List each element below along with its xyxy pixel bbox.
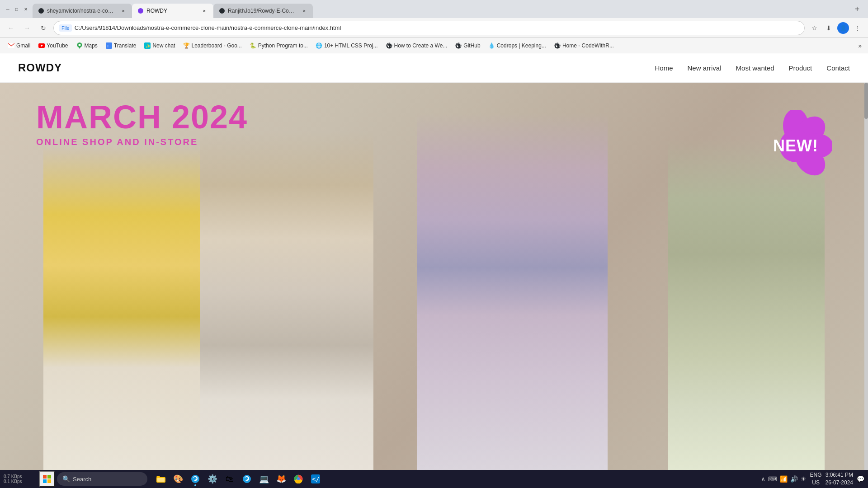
nav-link-most-wanted[interactable]: Most wanted [736, 64, 774, 72]
tab-label: RanjithJo19/Rowdy-E-Com-We... [228, 8, 298, 14]
bookmark-label: How to Create a We... [394, 42, 448, 49]
svg-rect-3 [8, 43, 14, 48]
notifications-icon[interactable]: 💬 [857, 475, 864, 483]
scroll-thumb[interactable] [864, 83, 868, 119]
network-icon[interactable]: 📶 [780, 475, 788, 483]
time-display: 3:06:41 PM [826, 471, 853, 479]
taskbar-app-terminal[interactable]: 💻 [256, 471, 272, 487]
taskbar-search[interactable]: 🔍 Search [57, 472, 147, 486]
taskbar-app-antivirus[interactable]: 🦊 [273, 471, 289, 487]
person-2-figure [200, 114, 373, 470]
tab-close-button[interactable]: × [120, 7, 127, 14]
profile-icon[interactable]: 👤 [837, 22, 849, 34]
person-3-figure [417, 102, 608, 470]
flower-badge: NEW! [760, 110, 832, 182]
forward-button[interactable]: → [21, 22, 33, 34]
bookmark-item-6[interactable]: 🐍Python Program to... [246, 41, 311, 51]
bookmark-favicon [455, 42, 462, 49]
network-speed: 0.7 KBps 0.1 KBps [4, 474, 35, 484]
website-content: ROWDY HomeNew arrivalMost wantedProductC… [0, 53, 868, 470]
bookmark-item-11[interactable]: Home - CodeWithR... [551, 41, 618, 51]
svg-rect-22 [47, 475, 51, 479]
bookmark-item-4[interactable]: ✨New chat [141, 41, 179, 51]
scroll-indicator[interactable] [864, 83, 868, 470]
clock[interactable]: 3:06:41 PM 26-07-2024 [826, 471, 853, 487]
new-tab-button[interactable]: + [851, 3, 863, 15]
svg-point-7 [78, 44, 80, 46]
brightness-icon[interactable]: ☀ [801, 475, 807, 483]
antivirus-icon: 🦊 [276, 474, 286, 484]
tab-close-button[interactable]: × [201, 7, 208, 14]
taskbar-app-vscode[interactable]: </> [307, 471, 324, 487]
bookmark-item-0[interactable]: Gmail [5, 41, 34, 51]
download-icon[interactable]: ⬇ [823, 22, 835, 34]
bookmark-item-1[interactable]: YouTube [35, 41, 71, 51]
address-text: C:/Users/91814/Downloads/nostra-e-commer… [75, 24, 799, 31]
bookmark-label: Translate [114, 42, 137, 49]
volume-icon[interactable]: 🔊 [790, 475, 798, 483]
language-indicator[interactable]: ENG US [810, 471, 822, 487]
nav-link-product[interactable]: Product [789, 64, 812, 72]
start-button[interactable] [39, 471, 55, 487]
bookmark-icon[interactable]: ☆ [808, 22, 820, 34]
bookmark-item-8[interactable]: How to Create a We... [382, 41, 451, 51]
nav-link-new-arrival[interactable]: New arrival [688, 64, 722, 72]
browser-tab-tab3[interactable]: RanjithJo19/Rowdy-E-Com-We...× [213, 4, 313, 18]
taskbar-app-edge[interactable] [239, 471, 255, 487]
svg-point-2 [219, 8, 225, 14]
bookmark-item-2[interactable]: Maps [73, 41, 101, 51]
bookmark-favicon: 💧 [489, 42, 495, 49]
bookmark-label: 10+ HTML CSS Proj... [324, 42, 378, 49]
svg-point-1 [138, 8, 143, 14]
title-bar: ─ □ ✕ sheyamvictor/nostra-e-comme...×ROW… [0, 0, 868, 18]
minimize-button[interactable]: ─ [5, 6, 11, 12]
maximize-button[interactable]: □ [14, 6, 20, 12]
bookmarks-overflow[interactable]: » [856, 40, 863, 51]
bookmark-item-10[interactable]: 💧Codrops | Keeping... [485, 41, 550, 51]
close-button[interactable]: ✕ [23, 6, 29, 12]
nav-link-home[interactable]: Home [655, 64, 673, 72]
svg-rect-27 [157, 478, 165, 482]
address-bar[interactable]: File C:/Users/91814/Downloads/nostra-e-c… [53, 21, 805, 35]
hero-subtitle: ONLINE SHOP AND IN-STORE [36, 137, 248, 147]
tab-favicon [137, 8, 144, 14]
taskbar-apps: 🎨⚙️🛍💻🦊</> [153, 471, 324, 487]
bookmark-item-3[interactable]: TTranslate [102, 41, 140, 51]
address-scheme[interactable]: File [59, 24, 72, 32]
taskbar-right: ∧ ⌨ 📶 🔊 ☀ ENG US 3:06:41 PM 26-07-2024 💬 [761, 471, 864, 487]
badge-text: NEW! [773, 136, 818, 155]
bookmark-favicon: 🐍 [250, 42, 256, 49]
language-region: US [810, 479, 822, 487]
address-bar-icons: ☆ ⬇ 👤 ⋮ [808, 22, 863, 34]
windows-logo-icon [42, 474, 52, 483]
taskbar-app-store[interactable]: 🛍 [222, 471, 238, 487]
hero-title: MARCH 2024 [36, 101, 248, 133]
tab-close-button[interactable]: × [301, 7, 307, 14]
window-controls[interactable]: ─ □ ✕ [5, 6, 29, 12]
menu-icon[interactable]: ⋮ [852, 22, 863, 34]
reload-button[interactable]: ↻ [37, 22, 50, 34]
taskbar-app-color-app[interactable]: 🎨 [170, 471, 186, 487]
bookmark-item-7[interactable]: 🌐10+ HTML CSS Proj... [312, 41, 382, 51]
back-button[interactable]: ← [5, 22, 17, 34]
svg-point-29 [243, 475, 251, 483]
bookmark-item-9[interactable]: GitHub [452, 41, 484, 51]
keyboard-icon[interactable]: ⌨ [768, 475, 777, 483]
settings-icon: ⚙️ [208, 474, 217, 484]
svg-text:</>: </> [312, 475, 320, 483]
download-speed: 0.1 KBps [4, 479, 35, 484]
nav-link-contact[interactable]: Contact [826, 64, 850, 72]
taskbar-app-settings[interactable]: ⚙️ [204, 471, 221, 487]
chevron-up-icon[interactable]: ∧ [761, 475, 765, 483]
taskbar-app-browser-edge[interactable] [187, 471, 203, 487]
taskbar-app-chrome[interactable] [290, 471, 307, 487]
bookmark-label: Codrops | Keeping... [497, 42, 546, 49]
browser-tab-tab1[interactable]: sheyamvictor/nostra-e-comme...× [33, 4, 132, 18]
browser-tab-tab2[interactable]: ROWDY× [132, 4, 213, 18]
bookmark-favicon: T [106, 42, 112, 49]
svg-text:T: T [107, 44, 109, 48]
taskbar: 0.7 KBps 0.1 KBps 🔍 Search 🎨⚙️🛍💻🦊</> ∧ ⌨… [0, 470, 868, 488]
bookmark-label: Home - CodeWithR... [562, 42, 614, 49]
bookmark-item-5[interactable]: 🏆Leaderboard - Goo... [179, 41, 245, 51]
taskbar-app-file-explorer[interactable] [153, 471, 169, 487]
